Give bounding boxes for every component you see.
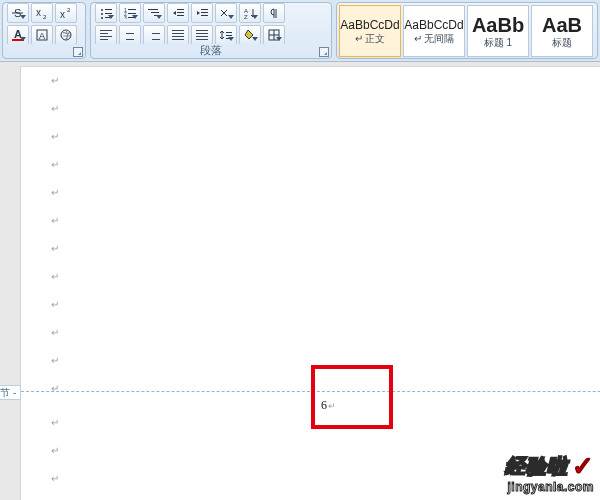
decrease-indent-button[interactable] <box>167 3 189 23</box>
style-name: ↵ 无间隔 <box>414 34 455 44</box>
align-left-button[interactable] <box>95 25 117 45</box>
svg-rect-13 <box>105 9 112 10</box>
section-break-label: 2 节 - <box>0 385 21 400</box>
svg-rect-7 <box>12 39 24 41</box>
svg-rect-38 <box>226 35 232 36</box>
svg-rect-21 <box>128 13 136 14</box>
paragraph-mark: ↵ <box>51 75 59 86</box>
svg-text:A: A <box>14 29 22 40</box>
svg-rect-26 <box>154 15 160 16</box>
style-item[interactable]: AaBbCcDd↵ 无间隔 <box>403 5 465 57</box>
style-sample: AaBbCcDd <box>404 19 463 31</box>
paragraph-mark: ↵ <box>51 271 59 282</box>
font-dialog-launcher[interactable] <box>73 47 83 57</box>
style-sample: AaBbCcDd <box>340 19 399 31</box>
sort-button[interactable]: AZ <box>239 3 261 23</box>
numbered-list-button[interactable]: 123 <box>119 3 141 23</box>
svg-text:x: x <box>60 9 65 19</box>
paragraph-dialog-launcher[interactable] <box>319 47 329 57</box>
svg-rect-31 <box>201 12 208 13</box>
paragraph-mark: ↵ <box>51 355 59 366</box>
style-name: 标题 1 <box>484 38 512 48</box>
svg-text:字: 字 <box>63 31 71 40</box>
style-name: ↵ 正文 <box>355 34 386 44</box>
svg-rect-19 <box>128 9 136 10</box>
align-distributed-button[interactable] <box>191 25 213 45</box>
bullet-list-button[interactable] <box>95 3 117 23</box>
align-justify-button[interactable] <box>167 25 189 45</box>
paragraph-mark: ↵ <box>51 215 59 226</box>
subscript-button[interactable]: x2 <box>31 3 53 23</box>
svg-text:x: x <box>36 7 41 18</box>
increase-indent-button[interactable] <box>191 3 213 23</box>
align-center-button[interactable] <box>119 25 141 45</box>
svg-rect-24 <box>148 9 158 10</box>
section-break: 2 节 - 6 <box>1 391 600 405</box>
styles-gallery[interactable]: AaBbCcDd↵ 正文AaBbCcDd↵ 无间隔AaBb标题 1AaB标题 <box>337 3 597 59</box>
svg-point-16 <box>101 17 103 19</box>
shading-button[interactable] <box>239 25 261 45</box>
paragraph-mark: ↵ <box>51 299 59 310</box>
svg-rect-30 <box>201 9 208 10</box>
paragraph-panel-label: 段落 <box>200 44 222 56</box>
svg-rect-39 <box>226 38 232 39</box>
style-name: 标题 <box>552 38 572 48</box>
style-item[interactable]: AaBbCcDd↵ 正文 <box>339 5 401 57</box>
strikethrough-button[interactable]: S <box>7 3 29 23</box>
svg-rect-15 <box>105 13 112 14</box>
paragraph-mark: ↵ <box>51 103 59 114</box>
paragraph-mark: ↵ <box>51 159 59 170</box>
paragraph-mark: ↵ <box>51 473 59 484</box>
ribbon: S x2 x2 A A <box>0 0 600 62</box>
line-spacing-button[interactable] <box>215 25 237 45</box>
asian-layout-button[interactable] <box>215 3 237 23</box>
svg-rect-25 <box>151 12 159 13</box>
svg-rect-23 <box>128 17 136 18</box>
svg-text:Z: Z <box>244 14 248 19</box>
svg-text:A: A <box>39 31 45 41</box>
style-item[interactable]: AaB标题 <box>531 5 593 57</box>
paragraph-panel: 123 AZ <box>90 2 332 59</box>
svg-point-14 <box>101 13 103 15</box>
svg-text:2: 2 <box>43 14 47 19</box>
paragraph-mark: ↵ <box>51 417 59 428</box>
paragraph-mark: ↵ <box>51 445 59 456</box>
show-marks-button[interactable] <box>263 3 285 23</box>
svg-text:2: 2 <box>67 7 71 13</box>
svg-point-12 <box>101 9 103 11</box>
svg-rect-27 <box>177 9 184 10</box>
paragraph-mark: ↵ <box>51 243 59 254</box>
highlight-box <box>311 365 393 429</box>
font-panel: S x2 x2 A A <box>2 2 86 59</box>
style-item[interactable]: AaBb标题 1 <box>467 5 529 57</box>
svg-rect-29 <box>177 15 184 16</box>
svg-rect-32 <box>201 15 208 16</box>
enclose-char-button[interactable]: 字 <box>55 25 77 45</box>
svg-text:3: 3 <box>124 15 127 19</box>
multilevel-list-button[interactable] <box>143 3 165 23</box>
document-area[interactable]: ↵ ↵ ↵ ↵ ↵ ↵ ↵ ↵ ↵ ↵ ↵ ↵ 2 节 - 6 ↵ ↵ ↵ <box>0 62 600 500</box>
superscript-button[interactable]: x2 <box>55 3 77 23</box>
page[interactable]: ↵ ↵ ↵ ↵ ↵ ↵ ↵ ↵ ↵ ↵ ↵ ↵ 2 节 - 6 ↵ ↵ ↵ <box>20 66 600 500</box>
style-sample: AaBb <box>472 15 524 35</box>
paragraph-mark: ↵ <box>51 327 59 338</box>
char-border-button[interactable]: A <box>31 25 53 45</box>
styles-panel: AaBbCcDd↵ 正文AaBbCcDd↵ 无间隔AaBb标题 1AaB标题 <box>336 2 598 59</box>
font-color-button[interactable]: A <box>7 25 29 45</box>
svg-rect-28 <box>177 12 184 13</box>
align-right-button[interactable] <box>143 25 165 45</box>
borders-button[interactable] <box>263 25 285 45</box>
svg-rect-37 <box>226 32 232 33</box>
style-sample: AaB <box>542 15 582 35</box>
svg-rect-17 <box>105 17 112 18</box>
paragraph-mark: ↵ <box>51 187 59 198</box>
paragraph-mark: ↵ <box>51 131 59 142</box>
